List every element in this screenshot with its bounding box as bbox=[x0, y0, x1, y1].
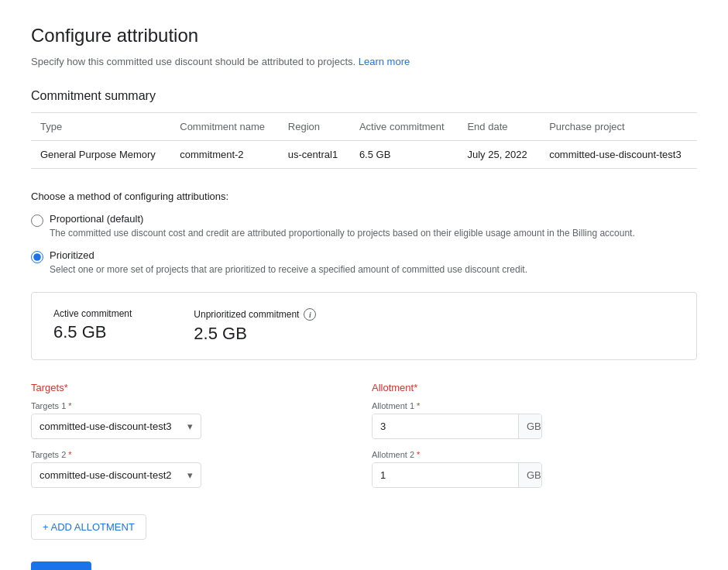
radio-input-prioritized[interactable] bbox=[31, 251, 43, 263]
table-cell: commitment-2 bbox=[170, 141, 279, 169]
radio-desc-prioritized: Select one or more set of projects that … bbox=[50, 263, 527, 276]
radio-desc-proportional: The committed use discount cost and cred… bbox=[50, 226, 635, 240]
targets-column: Targets* Targets 1 *committed-use-discou… bbox=[31, 382, 356, 499]
active-commitment-item: Active commitment 6.5 GB bbox=[53, 308, 132, 344]
radio-group: Proportional (default)The committed use … bbox=[31, 213, 697, 276]
targets-field-group-2: Targets 2 *committed-use-discount-test2 bbox=[31, 450, 356, 488]
allotment-field-label-2: Allotment 2 * bbox=[372, 450, 697, 459]
targets-field-group-1: Targets 1 *committed-use-discount-test3 bbox=[31, 401, 356, 439]
allotment-field-label-1: Allotment 1 * bbox=[372, 401, 697, 410]
radio-option-proportional: Proportional (default)The committed use … bbox=[31, 213, 697, 240]
radio-title-proportional: Proportional (default) bbox=[50, 213, 635, 225]
add-allotment-button[interactable]: + ADD ALLOTMENT bbox=[31, 514, 146, 540]
table-header: Active commitment bbox=[350, 113, 458, 141]
table-cell: us-central1 bbox=[279, 141, 350, 169]
save-button[interactable]: SAVE bbox=[31, 561, 91, 570]
allotment-field-group-1: Allotment 1 *GB bbox=[372, 401, 697, 439]
allotment-unit-1: GB bbox=[518, 414, 542, 438]
radio-option-prioritized: PrioritizedSelect one or more set of pro… bbox=[31, 249, 697, 276]
table-header: Purchase project bbox=[540, 113, 697, 141]
learn-more-link[interactable]: Learn more bbox=[359, 56, 410, 67]
active-commitment-value: 6.5 GB bbox=[53, 322, 132, 342]
table-cell: committed-use-discount-test3 bbox=[540, 141, 697, 169]
targets-field-label-1: Targets 1 * bbox=[31, 401, 356, 410]
allotment-input-wrapper-2: GB bbox=[372, 462, 542, 488]
allotment-input-wrapper-1: GB bbox=[372, 414, 542, 439]
radio-text-proportional: Proportional (default)The committed use … bbox=[50, 213, 635, 240]
table-cell: General Purpose Memory bbox=[31, 141, 170, 169]
allotment-unit-2: GB bbox=[518, 463, 542, 487]
subtitle: Specify how this committed use discount … bbox=[31, 56, 697, 67]
info-icon[interactable]: i bbox=[304, 308, 316, 321]
active-commitment-label: Active commitment bbox=[53, 308, 132, 319]
commitment-summary-table: TypeCommitment nameRegionActive commitme… bbox=[31, 112, 697, 169]
unprioritized-commitment-value: 2.5 GB bbox=[194, 324, 316, 344]
table-header: Type bbox=[31, 113, 170, 141]
table-cell: 6.5 GB bbox=[350, 141, 458, 169]
table-header: End date bbox=[458, 113, 540, 141]
targets-select-2[interactable]: committed-use-discount-test2 bbox=[31, 462, 201, 488]
allotment-input-1[interactable] bbox=[373, 414, 518, 438]
targets-col-header: Targets* bbox=[31, 382, 356, 393]
table-header: Region bbox=[279, 113, 350, 141]
commitment-summary-heading: Commitment summary bbox=[31, 89, 697, 103]
radio-title-prioritized: Prioritized bbox=[50, 249, 527, 261]
table-header: Commitment name bbox=[170, 113, 279, 141]
allotment-column: Allotment* Allotment 1 *GBAllotment 2 *G… bbox=[372, 382, 697, 499]
cancel-button[interactable]: CANCEL bbox=[104, 561, 156, 570]
method-label: Choose a method of configuring attributi… bbox=[31, 191, 697, 202]
allotment-input-2[interactable] bbox=[373, 463, 518, 487]
page-title: Configure attribution bbox=[31, 25, 697, 46]
table-row: General Purpose Memorycommitment-2us-cen… bbox=[31, 141, 697, 169]
commitment-info-box: Active commitment 6.5 GB Unprioritized c… bbox=[31, 292, 697, 360]
targets-select-1[interactable]: committed-use-discount-test3 bbox=[31, 414, 201, 439]
unprioritized-commitment-label: Unprioritized commitment i bbox=[194, 308, 316, 321]
targets-field-label-2: Targets 2 * bbox=[31, 450, 356, 459]
radio-input-proportional[interactable] bbox=[31, 215, 43, 227]
targets-allotment-section: Targets* Targets 1 *committed-use-discou… bbox=[31, 382, 697, 499]
table-cell: July 25, 2022 bbox=[458, 141, 540, 169]
action-buttons: SAVE CANCEL bbox=[31, 561, 697, 570]
allotment-field-group-2: Allotment 2 *GB bbox=[372, 450, 697, 488]
radio-text-prioritized: PrioritizedSelect one or more set of pro… bbox=[50, 249, 527, 276]
allotment-col-header: Allotment* bbox=[372, 382, 697, 393]
unprioritized-commitment-item: Unprioritized commitment i 2.5 GB bbox=[194, 308, 316, 344]
